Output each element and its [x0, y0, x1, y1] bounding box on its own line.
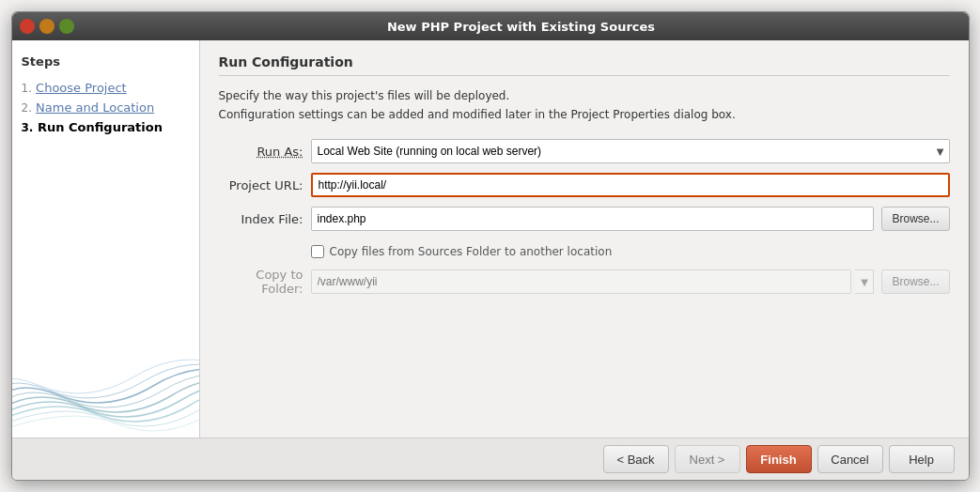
step-3-label: Run Configuration [38, 120, 163, 134]
index-file-input[interactable] [311, 207, 875, 231]
finish-button[interactable]: Finish [746, 445, 812, 473]
titlebar: New PHP Project with Existing Sources [12, 12, 969, 40]
project-url-row: Project URL: [219, 173, 950, 197]
step-1: 1. Choose Project [22, 78, 190, 98]
index-file-browse-button[interactable]: Browse... [881, 207, 949, 231]
form-area: Run As: Local Web Site (running on local… [219, 139, 950, 296]
main-panel: Run Configuration Specify the way this p… [200, 40, 969, 438]
window-controls [20, 19, 74, 34]
copy-checkbox-row: Copy files from Sources Folder to anothe… [311, 245, 950, 258]
steps-list: 1. Choose Project 2. Name and Location 3… [22, 78, 190, 137]
sidebar-heading: Steps [22, 54, 190, 69]
description-line2: Configuration settings can be added and … [219, 106, 950, 123]
main-window: New PHP Project with Existing Sources St… [11, 11, 970, 481]
sidebar: Steps 1. Choose Project 2. Name and Loca… [12, 40, 200, 438]
project-url-input[interactable] [311, 173, 950, 197]
minimize-button[interactable] [39, 19, 54, 34]
copy-folder-input [311, 269, 852, 294]
step-3: 3. Run Configuration [22, 117, 190, 137]
close-button[interactable] [20, 19, 35, 34]
run-as-select-wrapper: Local Web Site (running on local web ser… [311, 139, 950, 163]
index-file-label: Index File: [219, 212, 303, 226]
step-1-num: 1. [22, 82, 32, 95]
copy-folder-dropdown-arrow: ▼ [855, 269, 874, 294]
cancel-button[interactable]: Cancel [817, 445, 883, 473]
copy-checkbox-label: Copy files from Sources Folder to anothe… [330, 245, 613, 258]
copy-folder-browse-button: Browse... [881, 269, 949, 294]
next-button[interactable]: Next > [675, 445, 740, 473]
run-as-row: Run As: Local Web Site (running on local… [219, 139, 950, 163]
step-2-num: 2. [22, 101, 32, 115]
description-line1: Specify the way this project's files wil… [219, 87, 950, 104]
index-file-row: Index File: Browse... [219, 207, 950, 231]
step-1-link[interactable]: Choose Project [36, 81, 127, 95]
back-button[interactable]: < Back [603, 445, 669, 473]
copy-folder-label: Copy to Folder: [219, 268, 303, 296]
sidebar-decoration [12, 325, 200, 438]
step-3-num: 3. [22, 121, 34, 134]
step-2: 2. Name and Location [22, 98, 190, 117]
window-title: New PHP Project with Existing Sources [82, 20, 961, 34]
maximize-button[interactable] [59, 19, 74, 34]
panel-title: Run Configuration [219, 54, 950, 76]
run-as-select[interactable]: Local Web Site (running on local web ser… [311, 139, 950, 163]
project-url-label: Project URL: [219, 178, 303, 192]
run-as-label: Run As: [219, 145, 303, 159]
step-2-link[interactable]: Name and Location [36, 100, 154, 115]
copy-files-checkbox[interactable] [311, 245, 324, 258]
help-button[interactable]: Help [889, 445, 955, 473]
footer: < Back Next > Finish Cancel Help [12, 438, 969, 480]
copy-folder-input-wrapper: ▼ [311, 269, 875, 294]
copy-folder-row: Copy to Folder: ▼ Browse... [219, 268, 950, 296]
content-area: Steps 1. Choose Project 2. Name and Loca… [12, 40, 969, 438]
